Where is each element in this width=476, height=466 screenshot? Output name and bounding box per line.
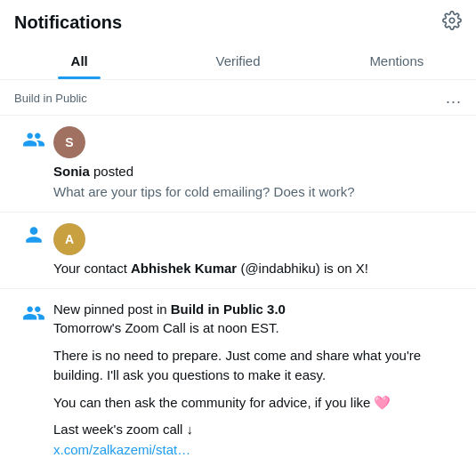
svg-point-0 (449, 18, 455, 23)
notification-type-icon-col (14, 126, 53, 151)
notification-main-text: New pinned post in Build in Public 3.0 (53, 300, 462, 318)
notification-item[interactable]: S Sonia posted What are your tips for co… (0, 116, 476, 213)
notification-item[interactable]: New pinned post in Build in Public 3.0 T… (0, 289, 476, 466)
notifications-panel: Notifications All Verified Mentions Buil… (0, 0, 476, 466)
notification-content: New pinned post in Build in Public 3.0 T… (53, 300, 462, 460)
contact-name: Abhishek Kumar (131, 261, 237, 276)
avatar: A (53, 223, 85, 255)
notification-content: A Your contact Abhishek Kumar (@indabhik… (53, 223, 462, 277)
notification-sub-text: What are your tips for cold emailing? Do… (53, 182, 462, 201)
header: Notifications (0, 0, 476, 41)
section-label: Build in Public (14, 92, 87, 105)
avatar-row: A (53, 223, 462, 255)
notification-type-icon-col (14, 223, 53, 245)
pinned-post-content: Tomorrow's Zoom Call is at noon EST. The… (53, 318, 462, 460)
tab-all[interactable]: All (0, 41, 158, 79)
notification-main-text: Sonia posted (53, 162, 462, 181)
page-title: Notifications (14, 12, 122, 33)
avatar-row: S (53, 126, 462, 158)
notification-content: S Sonia posted What are your tips for co… (53, 126, 462, 201)
tab-mentions[interactable]: Mentions (318, 41, 476, 79)
notification-author: Sonia (53, 164, 90, 179)
notification-main-text: Your contact Abhishek Kumar (@indabhiku)… (53, 259, 462, 277)
settings-icon[interactable] (442, 11, 462, 34)
group-name: Build in Public 3.0 (171, 301, 286, 317)
tabs-bar: All Verified Mentions (0, 41, 476, 80)
notification-type-icon-col (14, 300, 53, 325)
section-header: Build in Public ... (0, 80, 476, 116)
tab-verified[interactable]: Verified (158, 41, 317, 79)
avatar: S (53, 126, 85, 158)
notification-item[interactable]: A Your contact Abhishek Kumar (@indabhik… (0, 213, 476, 289)
more-options-icon[interactable]: ... (446, 89, 462, 108)
